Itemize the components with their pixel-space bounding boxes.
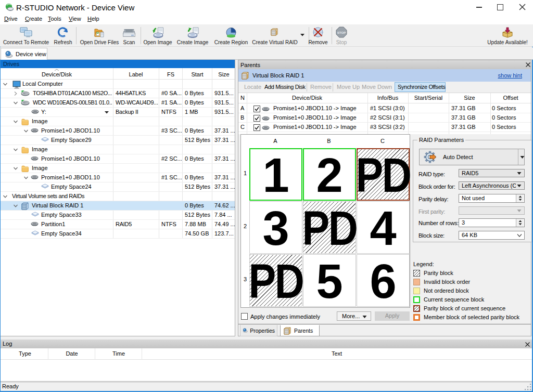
svg-text:STOP: STOP — [337, 31, 346, 34]
